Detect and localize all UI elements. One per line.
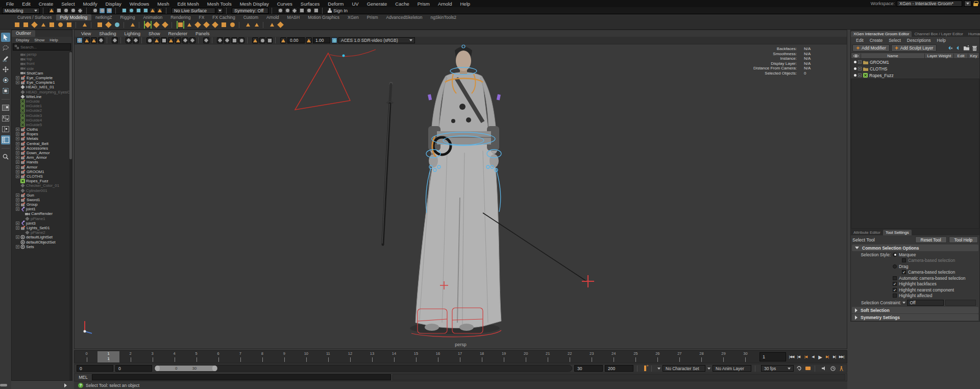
paint-select-tool-icon[interactable]	[1, 54, 10, 63]
go-to-end-button[interactable]: ▶▶|	[838, 353, 845, 360]
menu-display[interactable]: Display	[102, 1, 126, 7]
outliner-item-eye_complete[interactable]: +Eye_Complete	[12, 76, 72, 80]
gamma-icon[interactable]	[306, 37, 312, 43]
expand-icon[interactable]: +	[16, 170, 19, 174]
ipr-render-icon[interactable]	[284, 8, 290, 14]
smooth-icon[interactable]	[211, 21, 219, 29]
sign-in-button[interactable]: Sign In	[328, 8, 348, 13]
menu-edit-mesh[interactable]: Edit Mesh	[174, 1, 203, 7]
render-view-icon[interactable]	[277, 8, 283, 14]
frame-13[interactable]: 13	[361, 351, 383, 362]
expand-icon[interactable]: +	[16, 207, 19, 211]
outliner-item-armor[interactable]: +Armor	[12, 165, 72, 169]
crease-icon[interactable]	[220, 21, 228, 29]
frame-18[interactable]: 18	[471, 351, 493, 362]
snap-to-point-icon[interactable]	[135, 8, 141, 14]
character-set-caret[interactable]	[657, 368, 660, 370]
scale-tool-icon[interactable]	[1, 86, 10, 95]
visibility-dot[interactable]	[854, 61, 856, 63]
frame-25[interactable]: 25	[625, 351, 647, 362]
outliner-item-sword1[interactable]: +Sword1	[12, 198, 72, 202]
multisample-aa-icon[interactable]	[203, 37, 209, 43]
outliner-item-head_morphing_eyesclose[interactable]: HEAD_morphing_EyesClose	[12, 90, 72, 94]
outliner-item-inguide4[interactable]: inGuide4	[12, 118, 72, 123]
shadows-icon[interactable]	[175, 37, 181, 43]
layout-four-pane-icon[interactable]	[1, 114, 10, 123]
quad-draw-icon[interactable]	[161, 21, 169, 29]
viewport-menu-renderer[interactable]: Renderer	[164, 31, 191, 36]
curve-knife-icon[interactable]	[268, 21, 276, 29]
groom-row-groom1[interactable]: +GROOM1	[851, 59, 979, 65]
expand-icon[interactable]: +	[16, 193, 19, 197]
menu-create[interactable]: Create	[35, 1, 58, 7]
animation-end-field[interactable]: 200	[605, 365, 633, 372]
plugin-b-icon[interactable]	[259, 37, 265, 43]
tab-tool-settings[interactable]: Tool Settings	[883, 230, 912, 235]
outliner-item-joint1[interactable]: +joint1	[12, 207, 72, 211]
evaluation-toolkit-icon[interactable]	[838, 366, 845, 372]
image-plane-icon[interactable]	[112, 37, 118, 43]
make-live-icon[interactable]	[157, 8, 163, 14]
playback-range-bar[interactable]: 0 30	[155, 366, 217, 371]
section-common-selection-options[interactable]: Common Selection Options	[852, 245, 978, 251]
step-forward-key-button[interactable]: ▶|	[824, 353, 830, 360]
expand-icon[interactable]: +	[16, 226, 19, 230]
frame-23[interactable]: 23	[581, 351, 603, 362]
groom-menu-help[interactable]: Help	[934, 38, 949, 43]
visibility-dot[interactable]	[854, 74, 856, 77]
checkbox-icon[interactable]: ✓	[902, 270, 906, 274]
outliner-item-hands[interactable]: +Hands	[12, 160, 72, 164]
frame-21[interactable]: 21	[537, 351, 559, 362]
expand-icon[interactable]: +	[858, 60, 862, 64]
expand-icon[interactable]: +	[16, 160, 19, 164]
playback-loop-icon[interactable]	[796, 366, 802, 372]
go-to-start-button[interactable]: |◀◀	[788, 353, 795, 360]
shelf-tab-animation[interactable]: Animation	[139, 14, 166, 20]
expand-icon[interactable]: +	[16, 81, 19, 84]
menu-set-selector[interactable]: Modeling	[2, 8, 40, 14]
lasso-tool-icon[interactable]	[1, 43, 10, 53]
option-drag[interactable]: Drag	[851, 263, 979, 270]
menu-curves[interactable]: Curves	[273, 1, 297, 7]
outliner-item-side[interactable]: side	[12, 66, 72, 71]
checkbox-icon[interactable]	[893, 294, 897, 298]
frame-29[interactable]: 29	[713, 351, 734, 362]
option-highlight-nearest-component[interactable]: ✓Highlight nearest component	[851, 287, 979, 293]
snap-to-projected-center-icon[interactable]	[142, 8, 149, 14]
select-camera-icon[interactable]	[77, 37, 83, 43]
undo-icon[interactable]	[70, 8, 76, 14]
play-backwards-button[interactable]: ◀	[810, 353, 816, 360]
outliner-item-front[interactable]: front	[12, 61, 72, 66]
range-end-handle[interactable]	[212, 366, 217, 371]
select-by-object-icon[interactable]	[99, 8, 105, 14]
panel-tab-xgen-interactive-groom-editor[interactable]: XGen Interactive Groom Editor	[851, 31, 912, 37]
oversample-icon[interactable]	[133, 37, 139, 43]
expand-icon[interactable]: +	[16, 76, 19, 80]
grid-fill-icon[interactable]	[203, 21, 210, 29]
move-tool-icon[interactable]	[1, 65, 10, 74]
isolate-select-icon[interactable]	[217, 37, 223, 43]
workspace-dropdown-caret[interactable]	[964, 1, 971, 7]
outliner-item-central_belt[interactable]: +Central_Belt	[12, 141, 72, 146]
expand-icon[interactable]: +	[16, 203, 19, 206]
2d-pan-zoom-icon[interactable]	[126, 37, 132, 43]
expand-icon[interactable]: +	[16, 128, 19, 131]
menu-modify[interactable]: Modify	[79, 1, 102, 7]
snap-to-grid-icon[interactable]	[121, 8, 127, 14]
redo-icon[interactable]	[77, 8, 83, 14]
outliner-item-inguide2[interactable]: inGuide2	[12, 108, 72, 113]
frame-1[interactable]: 11	[97, 351, 119, 362]
menu-edit[interactable]: Edit	[18, 1, 34, 7]
lock-camera-icon[interactable]	[84, 37, 90, 43]
shelf-tab-fx-caching[interactable]: FX Caching	[208, 14, 239, 20]
outliner-item-sets[interactable]: +Sets	[12, 245, 72, 249]
expand-icon[interactable]: +	[16, 165, 19, 169]
plugin-c-icon[interactable]	[266, 37, 273, 43]
command-language-toggle[interactable]: MEL	[75, 375, 92, 380]
column-key[interactable]: Key	[968, 54, 979, 58]
shelf-tab-advancedskeleton[interactable]: AdvancedSkeleton	[382, 14, 427, 20]
outliner-item-lights_set01[interactable]: +Lights_Set01	[12, 226, 72, 230]
option-highlight-affected[interactable]: Highlight affected	[851, 293, 979, 299]
select-tool-icon[interactable]	[1, 33, 10, 42]
xray-joints-icon[interactable]	[238, 37, 244, 43]
